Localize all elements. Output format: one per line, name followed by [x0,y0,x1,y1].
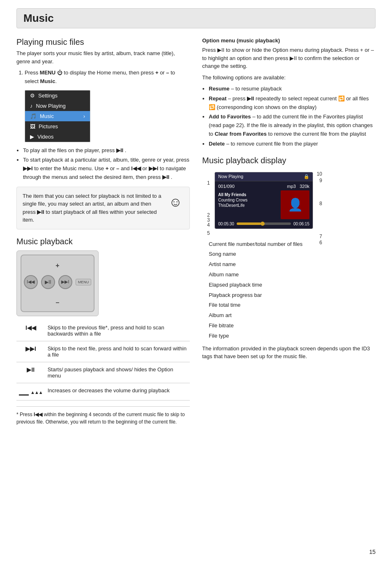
menu-item-nowplaying: ♪ Now Playing [25,101,90,111]
playback-display-wrapper: 1 2 3 4 5 10 9 8 7 6 Now Playing 🔒 [214,168,313,233]
menu-item-settings: ⚙ Settings [25,90,90,101]
page-number: 15 [369,549,376,555]
album-name: ThisDesertLife [218,203,278,208]
menu-item-pictures: 🖼 Pictures [25,121,90,132]
label-10: 10 [317,171,322,177]
numbered-item-6: Playback progress bar [209,291,376,300]
display-header: Now Playing 🔒 [215,172,313,181]
page: Music Playing music files The player sor… [0,0,392,565]
page-header: Music [16,8,376,28]
album-art: 👤 [281,190,309,219]
music-playback-heading: Music playback [16,237,190,246]
volume-icon: ▲▲▲ [19,387,43,396]
note-box: The item that you can select for playbac… [16,187,190,229]
song-lines: All My Friends Counting Crows ThisDesert… [218,192,278,208]
plus-label: + [55,262,59,269]
numbered-item-5: Elapsed playback time [209,281,376,289]
playback-display: Now Playing 🔒 001/090 mp3 320k [214,172,313,229]
playing-music-files-intro: The player sorts your music files by art… [16,49,190,65]
option-menu-heading: Option menu (music playback) [202,37,376,44]
numbered-item-4: Album name [209,271,376,279]
device-illustration: + I◀◀ ▶II ▶▶I MENU – [16,250,99,316]
menu-item-videos: ▶ Videos [25,132,90,142]
control-play: ▶II Starts/ pauses playback and shows/ h… [16,362,190,383]
progress-dot [261,222,265,226]
control-volume-desc: Increases or decreases the volume during… [45,383,190,400]
option-delete: Delete – to remove current file from the… [209,140,376,148]
progress-bar [237,222,291,225]
page-title: Music [23,12,369,25]
minus-label: – [56,299,60,306]
song-info: All My Friends Counting Crows ThisDesert… [218,190,278,219]
display-body: 001/090 mp3 320k [215,181,313,229]
song-name: All My Friends [218,192,278,197]
control-next-desc: Skips to the next file, press and hold t… [45,341,190,362]
track-info-row: 001/090 mp3 320k [218,184,309,189]
album-art-row: All My Friends Counting Crows ThisDesert… [218,190,309,219]
label-4: 4 [207,222,210,228]
next-button: ▶▶I [58,275,72,289]
numbered-item-10: File type [209,332,376,340]
menu-button: MENU [76,279,92,285]
control-volume-symbol: ▲▲▲ [16,383,45,400]
right-column: Option menu (music playback) Press ▶II t… [202,37,376,433]
label-8: 8 [319,201,322,206]
now-playing-label: Now Playing [218,174,243,179]
control-play-symbol: ▶II [16,362,45,383]
playing-music-files-heading: Playing music files [16,37,190,47]
format-bitrate: mp3 320k [287,184,309,189]
artist-name: Counting Crows [218,197,278,203]
numbered-item-9: File bitrate [209,322,376,330]
settings-icon: ⚙ [30,93,35,99]
menu-item-music: 🎵 Music › [25,111,90,121]
control-next-symbol: ▶▶I [16,341,45,362]
menu-screenshot: ⚙ Settings ♪ Now Playing 🎵 Music › 🖼 [25,90,90,142]
lock-icon: 🔒 [304,174,309,179]
progress-bar-fill [237,222,261,225]
control-prev-symbol: I◀◀ [16,320,45,341]
videos-icon: ▶ [30,134,34,140]
bullet-1: To play all the files on the player, pre… [23,146,190,155]
playback-display-heading: Music playback display [202,156,376,165]
numbered-item-7: File total time [209,301,376,310]
label-9: 9 [319,178,322,183]
track-number: 001/090 [218,184,235,189]
footnote: * Press I◀◀ within the beginning 4 secon… [16,406,190,426]
play-button: ▶II [41,275,55,289]
left-column: Playing music files The player sorts you… [16,37,190,433]
control-prev-desc: Skips to the previous file*, press and h… [45,320,190,341]
option-repeat: Repeat – press ▶II repeatedly to select … [209,95,376,112]
option-menu-intro: Press ▶II to show or hide the Option men… [202,46,376,70]
note-text: The item that you can select for playbac… [23,192,162,224]
numbered-item-1: Current file number/total number of file… [209,240,376,249]
total-time: 00:06:15 [293,222,309,226]
option-add-favorites: Add to Favorites – to add the current fi… [209,113,376,138]
controls-table: I◀◀ Skips to the previous file*, press a… [16,320,190,401]
device-body: + I◀◀ ▶II ▶▶I MENU – [21,255,95,312]
device-btn-row: I◀◀ ▶II ▶▶I MENU [24,275,92,289]
control-prev: I◀◀ Skips to the previous file*, press a… [16,320,190,341]
prev-button: I◀◀ [24,275,38,289]
control-next: ▶▶I Skips to the next file, press and ho… [16,341,190,362]
music-icon: 🎵 [30,113,37,119]
option-resume: Resume – to resume playback [209,85,376,93]
music-playback-section: Music playback + I◀◀ ▶II ▶▶I MENU – [16,237,190,426]
step-1: Press MENU ⏻ to display the Home menu, t… [25,69,190,86]
options-intro: The following options are available: [202,74,376,82]
numbered-item-2: Song name [209,250,376,259]
label-7: 7 [319,234,322,239]
label-1: 1 [207,180,210,186]
control-play-desc: Starts/ pauses playback and shows/ hides… [45,362,190,383]
pictures-icon: 🖼 [30,123,35,130]
album-art-icon: 👤 [288,197,303,212]
progress-row: 00:05:30 00:06:15 [218,222,309,226]
numbered-item-3: Artist name [209,260,376,269]
option-menu-section: Option menu (music playback) Press ▶II t… [202,37,376,148]
playback-info-text: The information provided in the playback… [202,345,376,361]
label-5: 5 [207,230,210,236]
numbered-list: Current file number/total number of file… [209,240,376,340]
playback-display-section: Music playback display 1 2 3 4 5 10 9 8 … [202,156,376,361]
bullet-2: To start playback at a particular artist… [23,156,190,181]
playing-music-files-section: Playing music files The player sorts you… [16,37,190,229]
numbered-item-8: Album art [209,311,376,320]
